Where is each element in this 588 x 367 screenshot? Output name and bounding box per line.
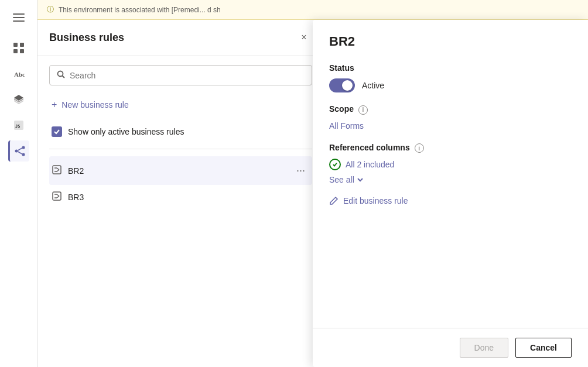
svg-line-17 xyxy=(18,152,22,154)
referenced-columns-label: Referenced columns xyxy=(329,143,410,152)
edit-business-rule-button[interactable]: Edit business rule xyxy=(329,196,408,205)
panel-body: + New business rule Show only active bus… xyxy=(37,56,324,367)
new-rule-label: New business rule xyxy=(61,100,128,109)
svg-point-18 xyxy=(58,71,63,77)
rule-item-br3-left: BR3 xyxy=(52,191,84,204)
status-label: Status xyxy=(329,63,572,73)
rule-more-br2[interactable]: ··· xyxy=(292,162,310,179)
edit-icon xyxy=(329,196,339,205)
svg-rect-20 xyxy=(53,166,61,174)
svg-line-24 xyxy=(57,170,59,172)
rule-item-br2[interactable]: BR2 ··· xyxy=(49,156,312,185)
rule-name-br2: BR2 xyxy=(68,166,84,176)
main-area: ⓘ This environment is associated with [P… xyxy=(37,0,588,367)
notification-banner: ⓘ This environment is associated with [P… xyxy=(37,0,588,20)
panel-title: Business rules xyxy=(49,32,124,44)
see-all-button[interactable]: See all xyxy=(329,175,364,184)
chevron-down-icon xyxy=(357,176,364,183)
scope-label: Scope xyxy=(329,104,354,114)
diagram-icon[interactable] xyxy=(8,140,29,162)
referenced-columns-label-row: Referenced columns i xyxy=(329,143,572,153)
toggle-row: Active xyxy=(329,78,572,92)
svg-rect-2 xyxy=(13,20,25,22)
svg-line-29 xyxy=(57,196,59,198)
svg-rect-4 xyxy=(20,43,24,47)
referenced-columns-value-row: All 2 included xyxy=(329,159,572,170)
svg-line-19 xyxy=(63,76,65,78)
toggle-thumb xyxy=(342,80,353,91)
svg-rect-0 xyxy=(13,13,25,15)
search-box[interactable] xyxy=(49,65,312,85)
referenced-columns-section: Referenced columns i All 2 included See … xyxy=(329,143,572,185)
rule-icon-br3 xyxy=(52,191,62,204)
scope-info-icon[interactable]: i xyxy=(358,105,368,115)
done-button: Done xyxy=(460,338,508,358)
hamburger-icon[interactable] xyxy=(8,7,29,28)
search-icon xyxy=(57,70,65,80)
detail-body: BR2 Status Active Scope xyxy=(313,20,588,328)
notification-info-icon: ⓘ xyxy=(47,5,54,15)
referenced-columns-value[interactable]: All 2 included xyxy=(346,160,394,169)
plus-icon: + xyxy=(52,100,57,110)
svg-rect-5 xyxy=(13,49,18,53)
see-all-label: See all xyxy=(329,175,354,184)
svg-rect-3 xyxy=(13,43,18,47)
svg-point-15 xyxy=(22,153,25,156)
filter-label: Show only active business rules xyxy=(68,127,184,136)
edit-rule-label: Edit business rule xyxy=(343,196,408,205)
new-business-rule-button[interactable]: + New business rule xyxy=(49,95,131,115)
svg-rect-1 xyxy=(13,17,25,18)
layers-icon[interactable] xyxy=(8,89,29,110)
status-toggle[interactable] xyxy=(329,78,355,92)
business-rules-panel: Business rules × + New xyxy=(37,20,324,367)
detail-panel: BR2 Status Active Scope xyxy=(313,20,588,367)
rule-icon-br2 xyxy=(52,164,62,177)
notification-text: This environment is associated with [Pre… xyxy=(59,6,221,14)
detail-footer: Done Cancel xyxy=(313,328,588,367)
detail-title: BR2 xyxy=(329,34,572,49)
js-icon[interactable]: JS xyxy=(8,115,29,136)
check-circle-icon xyxy=(329,159,341,170)
search-input[interactable] xyxy=(70,71,305,80)
panel-header: Business rules × xyxy=(37,20,324,56)
referenced-columns-info-icon[interactable]: i xyxy=(415,143,424,153)
divider xyxy=(49,149,312,149)
rule-item-br2-left: BR2 xyxy=(52,164,84,177)
grid-icon[interactable] xyxy=(8,37,29,59)
scope-section: Scope i All Forms xyxy=(329,104,572,131)
rule-name-br3: BR3 xyxy=(68,193,84,202)
scope-value[interactable]: All Forms xyxy=(329,121,364,131)
cancel-button[interactable]: Cancel xyxy=(515,338,572,358)
filter-checkbox[interactable] xyxy=(52,126,62,137)
rule-item-br3[interactable]: BR3 xyxy=(49,185,312,210)
status-section: Status Active xyxy=(329,63,572,92)
svg-point-13 xyxy=(15,150,18,153)
close-button[interactable]: × xyxy=(296,29,312,46)
svg-rect-6 xyxy=(20,49,24,53)
svg-rect-25 xyxy=(53,192,61,200)
svg-text:Abc: Abc xyxy=(14,71,25,78)
status-value: Active xyxy=(362,81,384,90)
filter-active-row[interactable]: Show only active business rules xyxy=(49,122,312,142)
left-sidebar: Abc JS xyxy=(0,0,37,367)
svg-line-16 xyxy=(18,148,22,150)
scope-label-row: Scope i xyxy=(329,104,572,115)
text-icon[interactable]: Abc xyxy=(8,63,29,84)
svg-text:JS: JS xyxy=(15,124,20,129)
svg-point-14 xyxy=(22,146,25,149)
